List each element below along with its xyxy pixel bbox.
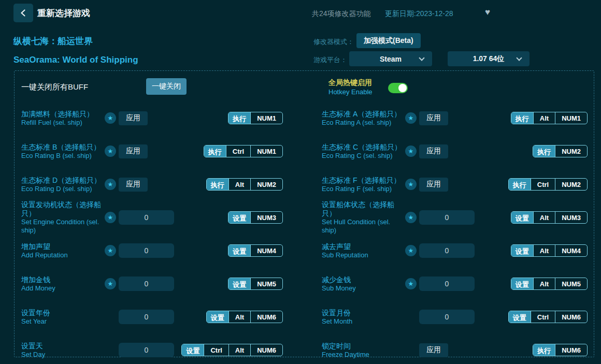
- hotkey-chip[interactable]: 设置 NUM4: [228, 244, 283, 257]
- feature-row: 减去声望 Sub Reputation ★ 设置 AltNUM4: [322, 234, 588, 267]
- value-input[interactable]: [119, 310, 174, 324]
- hotkey-chip[interactable]: 执行 CtrlNUM2: [508, 178, 588, 191]
- feature-name: 设置船体状态（选择船只） Set Hull Condition (sel. sh…: [322, 200, 404, 235]
- favorite-star-icon[interactable]: ★: [405, 112, 417, 124]
- feature-control: 应用: [119, 178, 176, 192]
- feature-name-cn: 减去声望: [322, 242, 404, 251]
- apply-button[interactable]: 应用: [419, 144, 448, 158]
- feature-row: 减少金钱 Sub Money ★ 设置 AltNUM5: [322, 267, 588, 300]
- favorite-star-icon[interactable]: ★: [405, 212, 417, 223]
- feature-control: [419, 210, 476, 225]
- value-input[interactable]: [419, 243, 475, 258]
- hotkey-chip[interactable]: 设置 CtrlAltNUM6: [181, 344, 283, 356]
- value-input[interactable]: [119, 343, 174, 357]
- feature-control: 应用: [419, 144, 476, 158]
- hotkey-chip[interactable]: 设置 CtrlNUM6: [508, 311, 588, 323]
- favorite-star-icon[interactable]: ★: [405, 245, 417, 256]
- favorite-star-icon[interactable]: ★: [105, 179, 116, 190]
- hotkey-action-label: 设置: [511, 278, 533, 289]
- hotkey-key: Ctrl: [531, 179, 555, 190]
- apply-button[interactable]: 应用: [119, 111, 148, 125]
- hotkey-key: NUM1: [250, 145, 282, 157]
- feature-name-cn: 生态标准 A（选择船只）: [322, 110, 404, 119]
- feature-name-cn: 生态标准 F（选择船只）: [322, 176, 404, 185]
- feature-name: 锁定时间 Freeze Daytime: [322, 342, 404, 359]
- apply-button[interactable]: 应用: [119, 178, 148, 192]
- value-input[interactable]: [119, 276, 174, 291]
- platform-select[interactable]: Steam: [349, 51, 432, 66]
- platform-value: Steam: [380, 55, 402, 63]
- feature-name-cn: 减少金钱: [322, 275, 404, 284]
- trainer-mode-button[interactable]: 加强模式(Beta): [356, 33, 421, 48]
- hotkey-key: Alt: [228, 344, 250, 356]
- hotkey-chip[interactable]: 执行 AltNUM1: [511, 112, 588, 124]
- hotkey-chip[interactable]: 设置 AltNUM6: [206, 311, 283, 323]
- value-input[interactable]: [119, 243, 174, 258]
- hotkey-chip[interactable]: 设置 NUM5: [228, 278, 283, 290]
- favorite-star-icon[interactable]: ★: [405, 145, 417, 157]
- cheats-panel: 一键关闭所有BUFF 一键关闭 全局热键启用 Hotkey Enable 加满燃…: [14, 70, 594, 357]
- hotkey-action-label: 设置: [182, 344, 204, 356]
- hotkey-key: NUM1: [555, 112, 587, 124]
- hotkey-chip[interactable]: 设置 AltNUM3: [511, 211, 588, 224]
- page-title: 重新选择游戏: [37, 7, 90, 19]
- favorite-heart-icon[interactable]: ♥: [485, 7, 490, 18]
- back-button[interactable]: [13, 4, 33, 22]
- apply-button[interactable]: 应用: [419, 343, 448, 357]
- hotkey-enable-toggle[interactable]: [388, 83, 408, 93]
- favorite-star-icon[interactable]: ★: [405, 278, 417, 289]
- hotkey-action-label: 执行: [533, 145, 555, 157]
- hotkey-action-label: 设置: [228, 212, 250, 223]
- hotkey-key: Ctrl: [204, 344, 228, 356]
- favorite-star-icon[interactable]: ★: [105, 278, 116, 289]
- hotkey-action-label: 执行: [533, 344, 555, 356]
- favorite-star-icon[interactable]: ★: [105, 145, 116, 157]
- hotkey-chip[interactable]: 执行 NUM6: [533, 344, 588, 356]
- feature-name: 生态标准 B（选择船只） Eco Rating B (sel. ship): [21, 143, 103, 160]
- close-all-buff-button[interactable]: 一键关闭: [146, 78, 187, 95]
- feature-row: 设置月份 Set Month ★ 设置 CtrlNUM6: [322, 300, 588, 333]
- favorite-star-icon[interactable]: ★: [405, 179, 417, 190]
- feature-name-cn: 设置天: [21, 342, 103, 351]
- value-input[interactable]: [419, 276, 475, 291]
- hotkey-key: NUM4: [555, 245, 587, 256]
- hotkey-key: NUM2: [555, 145, 587, 157]
- hotkey-action-label: 设置: [511, 245, 533, 256]
- apply-button[interactable]: 应用: [419, 178, 448, 192]
- hotkey-key: NUM5: [555, 278, 587, 289]
- hotkey-key: NUM6: [555, 311, 587, 323]
- hotkey-chip[interactable]: 执行 CtrlNUM1: [204, 145, 283, 157]
- feature-control: 应用: [419, 343, 476, 357]
- hotkey-action-label: 执行: [511, 112, 533, 124]
- apply-button[interactable]: 应用: [119, 144, 148, 158]
- feature-name: 设置月份 Set Month: [322, 309, 404, 326]
- feature-name-cn: 设置船体状态（选择船只）: [322, 200, 404, 218]
- hotkey-key: NUM2: [250, 179, 282, 190]
- feature-name: 增加声望 Add Reputation: [21, 242, 103, 259]
- favorite-star-icon[interactable]: ★: [105, 112, 116, 124]
- hotkey-chip[interactable]: 设置 AltNUM4: [511, 244, 588, 257]
- hotkey-chip[interactable]: 执行 AltNUM2: [206, 178, 283, 191]
- value-input[interactable]: [119, 210, 174, 225]
- feature-control: [119, 210, 176, 225]
- feature-name-en: Sub Reputation: [322, 251, 404, 259]
- hotkey-key: NUM6: [250, 311, 282, 323]
- value-input[interactable]: [419, 310, 475, 324]
- hotkey-chip[interactable]: 设置 AltNUM5: [511, 278, 588, 290]
- feature-name-en: Add Money: [21, 284, 103, 293]
- hotkey-chip[interactable]: 执行 NUM1: [228, 112, 283, 124]
- feature-control: [419, 310, 476, 324]
- game-title-cn: 纵横七海：船运世界: [13, 35, 93, 47]
- feature-name-en: Freeze Daytime: [322, 351, 404, 359]
- version-select[interactable]: 1.07 64位: [448, 51, 530, 66]
- hotkey-chip[interactable]: 设置 NUM3: [228, 211, 283, 224]
- hotkey-action-label: 执行: [204, 145, 226, 157]
- feature-count-text: 共24项修改器功能: [312, 9, 371, 19]
- favorite-star-icon[interactable]: ★: [105, 245, 116, 256]
- value-input[interactable]: [419, 210, 475, 225]
- feature-name: 增加金钱 Add Money: [21, 275, 103, 293]
- feature-name: 设置发动机状态（选择船只） Set Engine Condition (sel.…: [21, 200, 103, 235]
- favorite-star-icon[interactable]: ★: [105, 212, 116, 223]
- hotkey-chip[interactable]: 执行 NUM2: [533, 145, 588, 157]
- apply-button[interactable]: 应用: [419, 111, 448, 125]
